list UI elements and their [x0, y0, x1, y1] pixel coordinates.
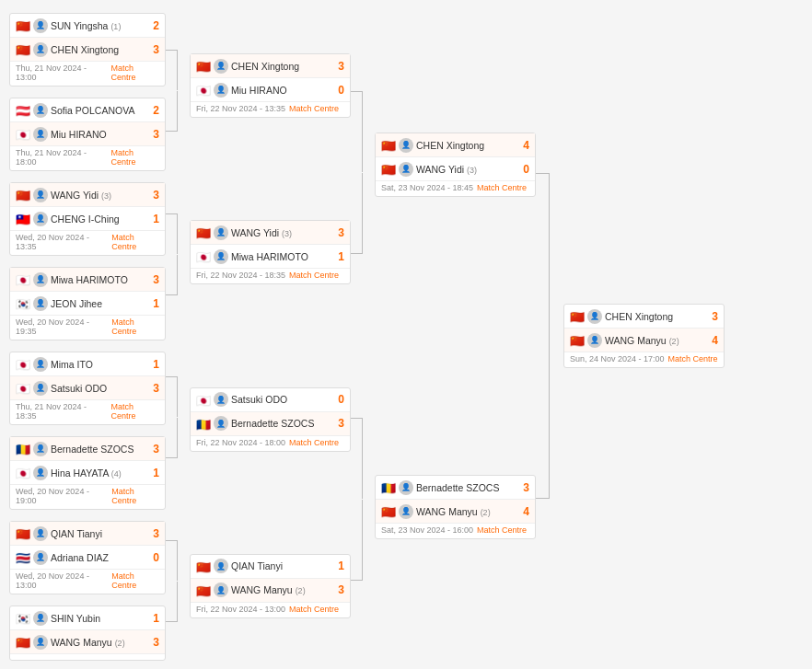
player-score: 3 — [148, 43, 159, 56]
flag-icon: 🇯🇵 — [16, 467, 30, 478]
match-centre-link[interactable]: Match Centre — [110, 148, 159, 167]
player-score: 1 — [333, 559, 344, 572]
flag-icon: 🇨🇳 — [16, 190, 30, 200]
player-row: 🇯🇵 👤 Mima ITO 1 — [10, 352, 165, 376]
player-name: Bernadette SZOCS — [51, 444, 145, 455]
player-name: Bernadette SZOCS — [231, 418, 330, 429]
flag-icon: 🇨🇳 — [196, 61, 211, 71]
avatar: 👤 — [33, 42, 48, 57]
match-footer: Wed, 20 Nov 2024 - 13:35 Match Centre — [10, 231, 165, 255]
avatar: 👤 — [214, 559, 228, 573]
player-name: Satsuki ODO — [51, 383, 145, 394]
connector-r1-r2-top — [166, 9, 190, 663]
match-footer: Sun, 24 Nov 2024 - 17:00 Match Centre — [564, 352, 724, 367]
player-name: Miwa HARIMOTO — [231, 251, 330, 262]
match-date: Fri, 22 Nov 2024 - 18:35 — [196, 271, 285, 280]
player-row: 🇯🇵 👤 Miwa HARIMOTO 1 — [191, 245, 350, 269]
flag-icon: 🇯🇵 — [196, 251, 211, 261]
player-name: CHEN Xingtong — [51, 44, 145, 55]
match-r1m1: 🇨🇳 👤 SUN Yingsha (1) 2 🇨🇳 👤 CHEN Xington… — [9, 13, 166, 87]
match-date: Sat, 23 Nov 2024 - 18:45 — [381, 183, 473, 192]
avatar: 👤 — [214, 249, 228, 264]
match-footer: Fri, 22 Nov 2024 - 13:35 Match Centre — [191, 102, 350, 117]
match-centre-link[interactable]: Match Centre — [111, 317, 159, 336]
player-name: SHIN Yubin — [51, 613, 145, 624]
match-centre-link[interactable]: Match Centre — [477, 183, 527, 192]
player-name: CHEN Xingtong — [416, 140, 515, 151]
match-centre-link[interactable]: Match Centre — [289, 104, 339, 113]
flag-icon: 🇰🇷 — [16, 298, 30, 308]
match-r1m5: 🇯🇵 👤 Mima ITO 1 🇯🇵 👤 Satsuki ODO 3 Thu, … — [9, 352, 166, 425]
flag-icon: 🇨🇳 — [16, 637, 30, 647]
player-row: 🇨🇳 👤 SUN Yingsha (1) 2 — [10, 14, 165, 38]
round-2: 🇨🇳 👤 CHEN Xingtong 3 🇯🇵 👤 Miu HIRANO 0 F… — [190, 9, 351, 663]
flag-icon: 🇯🇵 — [16, 274, 30, 284]
player-row: 🇯🇵 👤 Miwa HARIMOTO 3 — [10, 268, 165, 292]
player-score: 3 — [518, 481, 529, 494]
player-row: 🇹🇼 👤 CHENG I-Ching 1 — [10, 207, 165, 231]
match-centre-link[interactable]: Match Centre — [289, 271, 339, 280]
player-row: 🇨🇳 👤 WANG Yidi (3) 3 — [191, 221, 350, 245]
match-centre-link[interactable]: Match Centre — [110, 402, 159, 421]
avatar: 👤 — [33, 635, 48, 650]
player-name: Bernadette SZOCS — [416, 482, 515, 493]
flag-icon: 🇯🇵 — [16, 129, 30, 139]
flag-icon: 🇷🇴 — [381, 482, 396, 492]
flag-icon: 🇨🇳 — [196, 227, 211, 237]
match-centre-link[interactable]: Match Centre — [111, 571, 159, 590]
avatar: 👤 — [214, 392, 228, 407]
player-row: 🇯🇵 👤 Miu HIRANO 0 — [191, 78, 350, 102]
match-date: Wed, 20 Nov 2024 - 13:35 — [16, 233, 108, 251]
player-score: 3 — [148, 273, 159, 286]
flag-icon: 🇰🇷 — [16, 613, 30, 623]
match-footer: Sat, 23 Nov 2024 - 16:00 Match Centre — [376, 524, 535, 538]
avatar: 👤 — [33, 466, 48, 480]
flag-icon: 🇯🇵 — [196, 395, 211, 405]
player-row: 🇦🇹 👤 Sofia POLCANOVA 2 — [10, 98, 165, 122]
round-final: 🇨🇳 👤 CHEN Xingtong 3 🇨🇳 👤 WANG Manyu (2)… — [563, 9, 725, 663]
bracket-container: 🇨🇳 👤 SUN Yingsha (1) 2 🇨🇳 👤 CHEN Xington… — [0, 0, 812, 669]
match-footer: Wed, 20 Nov 2024 - 19:35 Match Centre — [10, 316, 165, 340]
match-r1m3: 🇨🇳 👤 WANG Yidi (3) 3 🇹🇼 👤 CHENG I-Ching … — [9, 182, 166, 256]
match-r2m3: 🇯🇵 👤 Satsuki ODO 0 🇷🇴 👤 Bernadette SZOCS… — [190, 387, 351, 452]
player-row: 🇨🇳 👤 CHEN Xingtong 4 — [376, 133, 535, 157]
player-name: Miu HIRANO — [51, 129, 145, 140]
player-row: 🇨🇳 👤 CHEN Xingtong 3 — [191, 54, 350, 78]
match-footer: Fri, 22 Nov 2024 - 18:00 Match Centre — [191, 436, 350, 451]
match-centre-link[interactable]: Match Centre — [110, 63, 159, 82]
match-centre-link[interactable]: Match Centre — [477, 525, 527, 535]
match-centre-link[interactable]: Match Centre — [111, 487, 159, 505]
avatar: 👤 — [33, 381, 48, 396]
avatar: 👤 — [33, 357, 48, 372]
player-name: JEON Jihee — [51, 298, 145, 309]
player-name: WANG Yidi (3) — [51, 190, 145, 201]
player-score: 2 — [148, 104, 159, 117]
player-row: 🇨🇳 👤 WANG Manyu (2) 4 — [376, 500, 535, 524]
connector-r2-r3 — [351, 9, 375, 663]
player-score: 3 — [148, 527, 159, 540]
player-score: 3 — [148, 189, 159, 202]
player-row: 🇨🇳 👤 WANG Manyu (2) 4 — [564, 329, 724, 352]
player-name: Mima ITO — [51, 359, 145, 370]
avatar: 👤 — [587, 309, 602, 324]
match-footer: Wed, 20 Nov 2024 - 13:00 Match Centre — [10, 570, 165, 594]
player-row: 🇨🇳 👤 WANG Manyu (2) 3 — [191, 579, 350, 603]
player-score: 1 — [148, 612, 159, 625]
player-score: 1 — [148, 297, 159, 310]
flag-icon: 🇦🇹 — [16, 105, 30, 115]
match-centre-link[interactable]: Match Centre — [289, 438, 339, 447]
round-3: 🇨🇳 👤 CHEN Xingtong 4 🇨🇳 👤 WANG Yidi (3) … — [375, 9, 536, 663]
match-centre-link[interactable]: Match Centre — [289, 605, 339, 614]
player-row: 🇷🇴 👤 Bernadette SZOCS 3 — [191, 412, 350, 436]
match-date: Fri, 22 Nov 2024 - 18:00 — [196, 438, 285, 447]
match-footer: Thu, 21 Nov 2024 - 18:35 Match Centre — [10, 400, 165, 424]
player-name: CHEN Xingtong — [231, 61, 330, 72]
player-name: WANG Yidi (3) — [416, 164, 515, 175]
match-centre-link[interactable]: Match Centre — [111, 233, 159, 251]
match-footer: Fri, 22 Nov 2024 - 13:00 Match Centre — [191, 603, 350, 617]
player-row: 🇰🇷 👤 SHIN Yubin 1 — [10, 606, 165, 630]
match-r2m2: 🇨🇳 👤 WANG Yidi (3) 3 🇯🇵 👤 Miwa HARIMOTO … — [190, 220, 351, 284]
match-centre-link[interactable]: Match Centre — [668, 354, 718, 363]
player-score: 2 — [148, 19, 159, 32]
match-date: Sun, 24 Nov 2024 - 17:00 — [570, 354, 665, 363]
